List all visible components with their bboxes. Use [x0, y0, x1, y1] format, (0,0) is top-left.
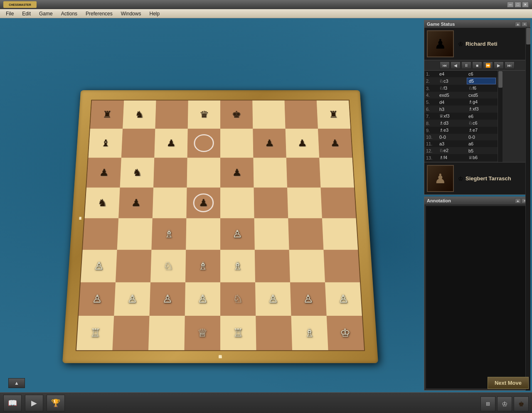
- square-g4[interactable]: [288, 218, 323, 250]
- square-h1[interactable]: ♔: [327, 316, 364, 350]
- square-c8[interactable]: [155, 101, 188, 129]
- square-d4[interactable]: [186, 218, 220, 250]
- trophy-button[interactable]: 🏆: [47, 395, 65, 411]
- nav-first[interactable]: ⏮: [440, 61, 450, 69]
- square-g5[interactable]: [287, 187, 322, 218]
- square-b3[interactable]: [116, 250, 151, 282]
- square-c6[interactable]: [153, 158, 187, 188]
- square-b5[interactable]: ♟: [118, 187, 153, 218]
- square-a3[interactable]: ♙: [81, 250, 117, 282]
- menu-preferences[interactable]: Preferences: [81, 9, 117, 18]
- square-d2[interactable]: ♙: [185, 282, 220, 316]
- square-h4[interactable]: [322, 218, 358, 250]
- menu-file[interactable]: File: [2, 9, 18, 18]
- piece-c7: ♟: [166, 138, 176, 148]
- square-g3[interactable]: [289, 250, 325, 282]
- square-a5[interactable]: ♞: [84, 187, 120, 218]
- square-d6[interactable]: [187, 158, 220, 188]
- square-a7[interactable]: ♝: [88, 129, 123, 158]
- square-a8[interactable]: ♜: [90, 101, 124, 129]
- menu-edit[interactable]: Edit: [18, 9, 35, 18]
- square-a1[interactable]: ♖: [76, 316, 114, 350]
- square-b2[interactable]: ♙: [114, 282, 150, 316]
- white-king-button[interactable]: ♔: [497, 396, 512, 411]
- square-e7[interactable]: [220, 129, 253, 158]
- square-f8[interactable]: [252, 101, 285, 129]
- square-c3[interactable]: ♘: [150, 250, 186, 282]
- annotation-scrollbar[interactable]: [525, 27, 530, 391]
- square-a6[interactable]: ♟: [86, 158, 121, 188]
- square-h7[interactable]: ♟: [318, 129, 352, 158]
- square-a2[interactable]: ♙: [79, 282, 116, 316]
- square-e6[interactable]: ♟: [220, 158, 254, 188]
- nav-next[interactable]: ▶: [494, 61, 504, 69]
- square-f4[interactable]: [254, 218, 289, 250]
- book-button[interactable]: 📖: [3, 395, 22, 411]
- board-pattern-button[interactable]: ⊞: [480, 396, 495, 411]
- square-g7[interactable]: ♟: [286, 129, 320, 158]
- square-h2[interactable]: ♙: [325, 282, 362, 316]
- close-button[interactable]: ✕: [522, 2, 529, 7]
- nav-prev[interactable]: ◀: [451, 61, 461, 69]
- black-king-button[interactable]: ♚: [514, 396, 529, 411]
- square-a4[interactable]: [83, 218, 118, 250]
- square-f7[interactable]: ♟: [253, 129, 286, 158]
- square-d5[interactable]: ♟: [186, 187, 220, 218]
- square-g2[interactable]: ♙: [290, 282, 327, 316]
- square-c1[interactable]: [148, 316, 185, 350]
- square-h8[interactable]: ♜: [317, 101, 350, 129]
- nav-ff[interactable]: ⏩: [483, 61, 493, 69]
- menu-help[interactable]: Help: [145, 9, 164, 18]
- square-e5[interactable]: [220, 187, 254, 218]
- square-e8[interactable]: ♚: [220, 101, 253, 129]
- play-button[interactable]: ▶: [25, 395, 43, 411]
- annotation-pin-btn[interactable]: ▲: [515, 198, 521, 203]
- square-h5[interactable]: [320, 187, 356, 218]
- file-h: H: [219, 354, 222, 359]
- scroll-up-button[interactable]: ▲: [8, 378, 25, 388]
- square-b7[interactable]: [121, 129, 155, 158]
- move-row-9: 9. ♗e3 ♗e7: [424, 127, 498, 134]
- minimize-button[interactable]: ─: [507, 2, 514, 7]
- square-g1[interactable]: ♗: [291, 316, 328, 350]
- square-e4[interactable]: ♙: [220, 218, 255, 250]
- menu-actions[interactable]: Actions: [57, 9, 81, 18]
- square-c5[interactable]: [153, 187, 187, 218]
- piece-h8: ♜: [328, 110, 338, 119]
- square-e3[interactable]: ♗: [220, 250, 255, 282]
- square-d1[interactable]: ♕: [184, 316, 220, 350]
- menu-windows[interactable]: Windows: [117, 9, 145, 18]
- square-e2[interactable]: ♘: [220, 282, 256, 316]
- panel-close-btn[interactable]: ✕: [522, 22, 527, 27]
- square-d8[interactable]: ♛: [188, 101, 220, 129]
- square-d3[interactable]: ♗: [185, 250, 220, 282]
- nav-stop[interactable]: ■: [472, 61, 482, 69]
- square-b1[interactable]: [112, 316, 149, 350]
- square-b6[interactable]: ♞: [120, 158, 155, 188]
- square-f5[interactable]: [254, 187, 288, 218]
- square-c4[interactable]: ♗: [151, 218, 186, 250]
- square-e1[interactable]: ♖: [220, 316, 256, 350]
- square-b4[interactable]: [117, 218, 153, 250]
- square-c2[interactable]: ♙: [150, 282, 185, 316]
- menu-game[interactable]: Game: [35, 9, 57, 18]
- highlight-d7: [194, 135, 214, 152]
- square-f2[interactable]: ♙: [255, 282, 291, 316]
- square-h3[interactable]: [323, 250, 360, 282]
- move-list-scrollbar[interactable]: [498, 71, 502, 162]
- bottom-toolbar: 📖 ▶ 🏆 ⊞ ♔ ♚: [0, 392, 532, 413]
- next-move-button[interactable]: Next Move: [488, 377, 529, 389]
- square-b8[interactable]: ♞: [123, 101, 156, 129]
- nav-last[interactable]: ⏭: [505, 61, 515, 69]
- square-c7[interactable]: ♟: [154, 129, 187, 158]
- square-f6[interactable]: [253, 158, 287, 188]
- square-h6[interactable]: [319, 158, 354, 188]
- maximize-button[interactable]: □: [515, 2, 521, 7]
- square-d7[interactable]: [187, 129, 220, 158]
- panel-pin-btn[interactable]: ▲: [515, 22, 521, 27]
- square-f1[interactable]: [256, 316, 292, 350]
- square-g6[interactable]: [286, 158, 321, 188]
- nav-pause[interactable]: ⏸: [461, 61, 471, 69]
- square-f3[interactable]: [255, 250, 290, 282]
- square-g8[interactable]: [285, 101, 318, 129]
